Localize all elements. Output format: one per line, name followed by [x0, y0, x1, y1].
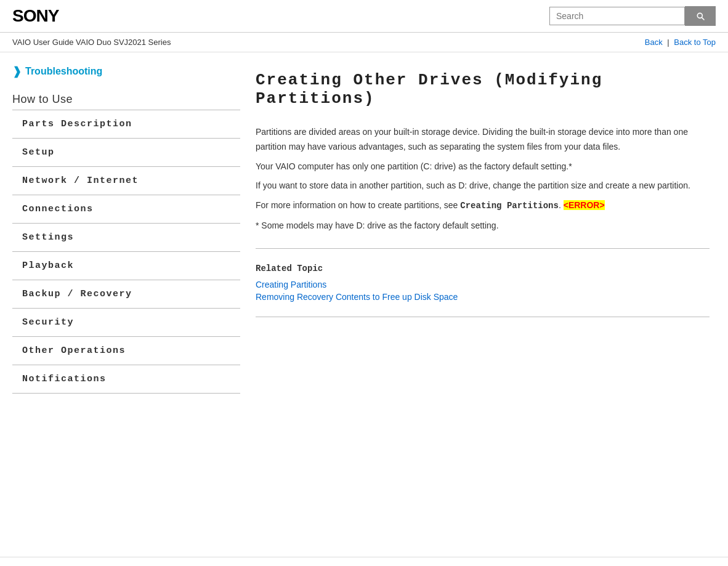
related-topic-section: Related Topic Creating Partitions Removi… [256, 264, 710, 302]
paragraph-1: Partitions are divided areas on your bui… [256, 125, 710, 155]
creating-partitions-inline: Creating Partitions [460, 201, 559, 211]
related-topic-heading: Related Topic [256, 264, 710, 273]
paragraph-4: For more information on how to create pa… [256, 198, 710, 214]
logo-area: SONY [12, 6, 59, 26]
related-link-removing-recovery[interactable]: Removing Recovery Contents to Free up Di… [256, 292, 710, 302]
guide-title: VAIO User Guide VAIO Duo SVJ2021 Series [12, 38, 171, 47]
sidebar-group-title: How to Use [12, 93, 231, 106]
sidebar-item-other-operations[interactable]: Other Operations [12, 337, 231, 365]
search-button[interactable] [685, 6, 716, 26]
sidebar-item-parts-description[interactable]: Parts Description [12, 110, 231, 138]
sidebar-item-backup-recovery[interactable]: Backup / Recovery [12, 280, 231, 308]
content-area: Creating Other Drives (Modifying Partiti… [231, 52, 728, 557]
header: SONY [0, 0, 728, 33]
related-link-creating-partitions[interactable]: Creating Partitions [256, 280, 710, 289]
sidebar-section-title[interactable]: ❱ Troubleshooting [12, 65, 231, 81]
nav-links: Back | Back to Top [645, 38, 716, 47]
sidebar-item-playback[interactable]: Playback [12, 252, 231, 280]
main-layout: ❱ Troubleshooting How to Use Parts Descr… [0, 52, 728, 557]
sidebar-item-setup[interactable]: Setup [12, 139, 231, 166]
chevron-icon: ❱ [12, 65, 22, 78]
nav-separator: | [667, 38, 669, 47]
search-area [549, 6, 716, 26]
content-body: Partitions are divided areas on your bui… [256, 125, 710, 233]
back-to-top-link[interactable]: Back to Top [674, 38, 716, 47]
paragraph-3: If you want to store data in another par… [256, 179, 710, 193]
footer: © 2012 Sony Corporation [0, 557, 728, 566]
sidebar-item-connections[interactable]: Connections [12, 195, 231, 223]
sidebar-item-notifications[interactable]: Notifications [12, 365, 231, 393]
back-link[interactable]: Back [645, 38, 663, 47]
sidebar: ❱ Troubleshooting How to Use Parts Descr… [0, 52, 231, 557]
breadcrumb-bar: VAIO User Guide VAIO Duo SVJ2021 Series … [0, 33, 728, 52]
search-icon [695, 11, 705, 21]
sidebar-divider-10 [12, 393, 240, 394]
section-divider-2 [256, 317, 710, 317]
search-input[interactable] [549, 7, 685, 25]
sidebar-section-label: Troubleshooting [25, 66, 102, 77]
section-divider [256, 248, 710, 249]
paragraph-5: * Some models may have D: drive as the f… [256, 219, 710, 233]
sidebar-item-settings[interactable]: Settings [12, 224, 231, 251]
error-text: <ERROR> [564, 200, 605, 210]
sidebar-item-security[interactable]: Security [12, 309, 231, 336]
sidebar-item-network-internet[interactable]: Network / Internet [12, 167, 231, 195]
sony-logo: SONY [12, 6, 59, 26]
page-title: Creating Other Drives (Modifying Partiti… [256, 71, 710, 108]
paragraph-2: Your VAIO computer has only one partitio… [256, 160, 710, 174]
